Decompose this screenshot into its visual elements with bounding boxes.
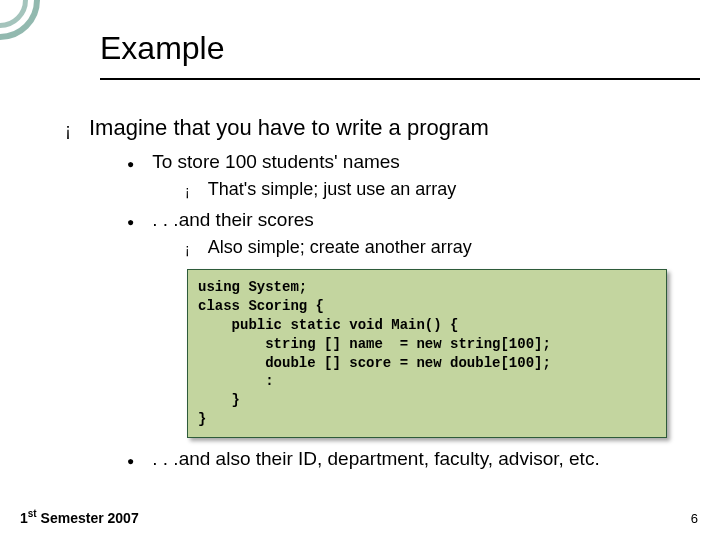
dot-icon: ●	[127, 448, 134, 474]
page-number: 6	[691, 511, 698, 526]
bullet-sub-1a-text: That's simple; just use an array	[208, 179, 457, 200]
bullet-sub-1a: ¡ That's simple; just use an array	[185, 179, 705, 203]
slide: Example ¡ Imagine that you have to write…	[0, 0, 720, 540]
content-area: ¡ Imagine that you have to write a progr…	[65, 115, 705, 476]
bullet-item-1-text: To store 100 students' names	[152, 151, 400, 173]
bullet-item-1: ● To store 100 students' names	[127, 151, 705, 177]
open-circle-icon: ¡	[65, 115, 71, 145]
bullet-sub-2a: ¡ Also simple; create another array	[185, 237, 705, 261]
decorative-swirl	[0, 0, 40, 40]
dot-icon: ●	[127, 209, 134, 235]
open-circle-icon: ¡	[185, 179, 190, 203]
bullet-main: ¡ Imagine that you have to write a progr…	[65, 115, 705, 145]
dot-icon: ●	[127, 151, 134, 177]
bullet-item-2-text: . . .and their scores	[152, 209, 314, 231]
footer-sup: st	[28, 508, 37, 519]
bullet-item-2: ● . . .and their scores	[127, 209, 705, 235]
footer-text: 1st Semester 2007	[20, 508, 139, 526]
bullet-item-3-text: . . .and also their ID, department, facu…	[152, 448, 599, 470]
open-circle-icon: ¡	[185, 237, 190, 261]
bullet-main-text: Imagine that you have to write a program	[89, 115, 489, 141]
bullet-sub-2a-text: Also simple; create another array	[208, 237, 472, 258]
slide-title: Example	[100, 30, 225, 67]
title-underline	[100, 78, 700, 80]
footer-rest: Semester 2007	[37, 510, 139, 526]
bullet-item-3: ● . . .and also their ID, department, fa…	[127, 448, 705, 474]
code-block: using System; class Scoring { public sta…	[187, 269, 667, 438]
footer-prefix: 1	[20, 510, 28, 526]
